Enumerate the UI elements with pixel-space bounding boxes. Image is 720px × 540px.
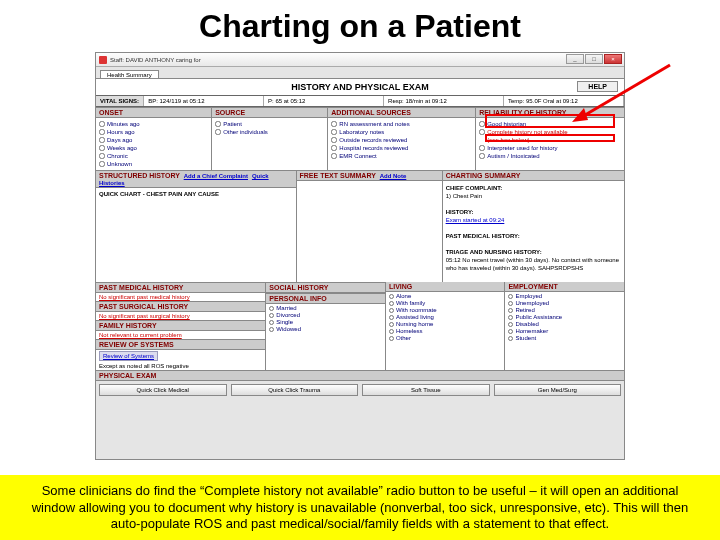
option-retired[interactable]: Retired bbox=[508, 307, 621, 314]
pmh-link[interactable]: No significant past medical history bbox=[96, 293, 265, 301]
option-homemaker[interactable]: Homemaker bbox=[508, 328, 621, 335]
option-laboratory-notes[interactable]: Laboratory notes bbox=[331, 128, 472, 136]
exam-link[interactable]: Exam started at 09:24 bbox=[446, 217, 505, 223]
source-head: SOURCE bbox=[212, 107, 327, 118]
free-head: FREE TEXT SUMMARY Add Note bbox=[297, 171, 442, 181]
fh-link[interactable]: Not relevant to current problem bbox=[96, 331, 265, 339]
option-employed[interactable]: Employed bbox=[508, 293, 621, 300]
charting-summary: CHIEF COMPLAINT:1) Chest Pain HISTORY:Ex… bbox=[443, 181, 624, 275]
option-minutes-ago[interactable]: Minutes ago bbox=[99, 120, 208, 128]
option-assisted-living[interactable]: Assisted living bbox=[389, 314, 502, 321]
maximize-button[interactable]: □ bbox=[585, 54, 603, 64]
option-days-ago[interactable]: Days ago bbox=[99, 136, 208, 144]
option-good-historian[interactable]: Good historian bbox=[479, 120, 621, 128]
page-header: HISTORY AND PHYSICAL EXAM HELP bbox=[96, 78, 624, 95]
exam-btn-quick-click-trauma[interactable]: Quick Click Trauma bbox=[231, 384, 359, 396]
close-button[interactable]: × bbox=[604, 54, 622, 64]
onset-head: ONSET bbox=[96, 107, 211, 118]
chart-head: CHARTING SUMMARY bbox=[443, 171, 624, 181]
option-divorced[interactable]: Divorced bbox=[269, 312, 382, 319]
exam-btn-soft-tissue[interactable]: Soft Tissue bbox=[362, 384, 490, 396]
lower-sections: PAST MEDICAL HISTORY No significant past… bbox=[96, 282, 624, 399]
option-student[interactable]: Student bbox=[508, 335, 621, 342]
pmh-head: PAST MEDICAL HISTORY bbox=[96, 282, 265, 293]
pinfo-head: PERSONAL INFO bbox=[266, 293, 385, 304]
slide-title: Charting on a Patient bbox=[0, 0, 720, 49]
option-chronic[interactable]: Chronic bbox=[99, 152, 208, 160]
option-widowed[interactable]: Widowed bbox=[269, 326, 382, 333]
option-complete-history-not-available[interactable]: Complete history not available bbox=[479, 128, 621, 136]
option-disabled[interactable]: Disabled bbox=[508, 321, 621, 328]
option-unknown[interactable]: Unknown bbox=[99, 160, 208, 168]
option-autism-intoxicated[interactable]: Autism / Intoxicated bbox=[479, 152, 621, 160]
living-head: LIVING bbox=[386, 282, 505, 292]
option-weeks-ago[interactable]: Weeks ago bbox=[99, 144, 208, 152]
quick-chart[interactable]: QUICK CHART - CHEST PAIN ANY CAUSE bbox=[99, 191, 219, 197]
ros-head: REVIEW OF SYSTEMS bbox=[96, 339, 265, 350]
ros-txt: Except as noted all ROS negative bbox=[96, 362, 265, 370]
mid-sections: STRUCTURED HISTORY Add a Chief Complaint… bbox=[96, 170, 624, 282]
option-alone[interactable]: Alone bbox=[389, 293, 502, 300]
vital-resp: Resp: 18/min at 09:12 bbox=[384, 96, 504, 106]
option-interpreter-used-for-history[interactable]: Interpreter used for history bbox=[479, 144, 621, 152]
slide-caption: Some clinicians do find the “Complete hi… bbox=[0, 475, 720, 540]
option-hospital-records-reviewed[interactable]: Hospital records reviewed bbox=[331, 144, 472, 152]
help-button[interactable]: HELP bbox=[577, 81, 618, 92]
option-hours-ago[interactable]: Hours ago bbox=[99, 128, 208, 136]
option-intoxicated[interactable]: (see box below) bbox=[479, 136, 621, 144]
titlebar-text: Staff: DAVID ANTHONY caring for bbox=[110, 57, 201, 63]
option-outside-records-reviewed[interactable]: Outside records reviewed bbox=[331, 136, 472, 144]
add-note-link[interactable]: Add Note bbox=[380, 173, 407, 179]
option-other-individuals[interactable]: Other individuals bbox=[215, 128, 324, 136]
exam-btn-gen-med-surg[interactable]: Gen Med/Surg bbox=[494, 384, 622, 396]
option-single[interactable]: Single bbox=[269, 319, 382, 326]
reliab-head: RELIABILITY OF HISTORY bbox=[476, 107, 624, 118]
option-rn-assessment-and-notes[interactable]: RN assessment and notes bbox=[331, 120, 472, 128]
vital-p: P: 65 at 05:12 bbox=[264, 96, 384, 106]
titlebar: Staff: DAVID ANTHONY caring for _ □ × bbox=[96, 53, 624, 67]
option-nursing-home[interactable]: Nursing home bbox=[389, 321, 502, 328]
vital-bp: BP: 124/119 at 05:12 bbox=[144, 96, 264, 106]
option-emr-connect[interactable]: EMR Connect bbox=[331, 152, 472, 160]
top-sections: ONSET Minutes agoHours agoDays agoWeeks … bbox=[96, 107, 624, 170]
addl-head: ADDITIONAL SOURCES bbox=[328, 107, 475, 118]
psh-head: PAST SURGICAL HISTORY bbox=[96, 301, 265, 312]
option-public-assistance[interactable]: Public Assistance bbox=[508, 314, 621, 321]
vital-temp: Temp: 95.0F Oral at 09:12 bbox=[504, 96, 624, 106]
option-with-family[interactable]: With family bbox=[389, 300, 502, 307]
option-unemployed[interactable]: Unemployed bbox=[508, 300, 621, 307]
minimize-button[interactable]: _ bbox=[566, 54, 584, 64]
app-icon bbox=[99, 56, 107, 64]
fh-head: FAMILY HISTORY bbox=[96, 320, 265, 331]
psh-link[interactable]: No significant past surgical history bbox=[96, 312, 265, 320]
exam-buttons: Quick Click MedicalQuick Click TraumaSof… bbox=[96, 380, 624, 399]
phys-head: PHYSICAL EXAM bbox=[96, 370, 624, 380]
app-window: Staff: DAVID ANTHONY caring for _ □ × He… bbox=[95, 52, 625, 460]
ros-link[interactable]: Review of Systems bbox=[99, 351, 158, 361]
option-with-roommate[interactable]: With roommate bbox=[389, 307, 502, 314]
struct-head: STRUCTURED HISTORY Add a Chief Complaint… bbox=[96, 171, 296, 188]
add-cc-link[interactable]: Add a Chief Complaint bbox=[184, 173, 248, 179]
vitals-bar: VITAL SIGNS: BP: 124/119 at 05:12 P: 65 … bbox=[96, 95, 624, 107]
vitals-label: VITAL SIGNS: bbox=[96, 96, 144, 106]
exam-btn-quick-click-medical[interactable]: Quick Click Medical bbox=[99, 384, 227, 396]
option-patient[interactable]: Patient bbox=[215, 120, 324, 128]
option-other[interactable]: Other bbox=[389, 335, 502, 342]
option-homeless[interactable]: Homeless bbox=[389, 328, 502, 335]
soc-head: SOCIAL HISTORY bbox=[266, 282, 385, 293]
option-married[interactable]: Married bbox=[269, 305, 382, 312]
emp-head: EMPLOYMENT bbox=[505, 282, 624, 292]
